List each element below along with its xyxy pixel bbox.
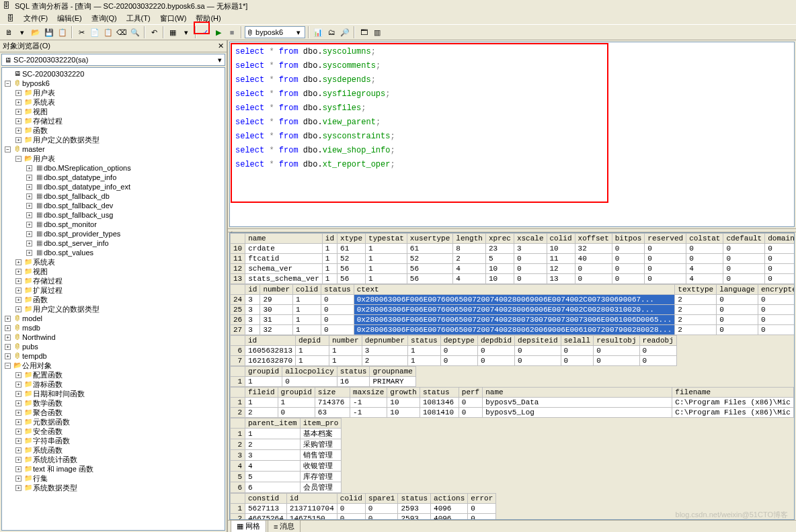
expand-icon[interactable]: + (15, 485, 22, 491)
expand-icon[interactable]: + (5, 335, 11, 341)
sql-editor[interactable]: select * from dbo.syscolumns;select * fr… (229, 42, 795, 227)
expand-icon[interactable]: + (26, 250, 32, 256)
result-grid[interactable]: groupidallocpolicystatusgroupname11016PR… (230, 366, 416, 387)
row-header[interactable]: 12 (231, 264, 245, 274)
object-tree[interactable]: SC-202003032220 −byposk6 +用户表+系统表+视图+存储过… (1, 67, 225, 531)
tree-table[interactable]: +dbo.spt_values (26, 248, 223, 257)
row-header[interactable]: 26 (231, 315, 245, 325)
collapse-icon[interactable]: − (5, 363, 11, 369)
row-header[interactable]: 24 (231, 295, 245, 305)
parse-icon[interactable]: ✓ (199, 26, 211, 38)
row-header[interactable]: 7 (231, 356, 245, 366)
expand-icon[interactable]: + (15, 128, 22, 134)
folder-common[interactable]: 公用对象 (22, 361, 52, 370)
save-icon[interactable]: 💾 (43, 26, 55, 38)
tree-folder[interactable]: +用户定义的数据类型 (15, 304, 223, 314)
menu-tools[interactable]: 工具(T) (122, 13, 155, 24)
expand-icon[interactable]: + (15, 118, 22, 124)
tree-table[interactable]: +dbo.spt_datatype_info (26, 173, 223, 182)
expand-icon[interactable]: + (15, 438, 22, 444)
tree-db[interactable]: +msdb (5, 323, 223, 332)
paste-icon[interactable]: 📋 (102, 26, 114, 38)
clear-icon[interactable]: ⌫ (116, 26, 128, 38)
tree-folder[interactable]: +函数 (15, 126, 223, 135)
chevron-down-icon[interactable]: ▾ (294, 28, 303, 37)
row-header[interactable]: 5 (231, 472, 245, 482)
connection-combo[interactable]: 🖥 SC-202003032220(sa) ▾ (1, 54, 225, 66)
expand-icon[interactable]: + (15, 419, 22, 425)
row-header[interactable]: 2 (231, 514, 245, 521)
tree-folder[interactable]: +扩展过程 (15, 285, 223, 295)
expand-icon[interactable]: + (15, 278, 22, 284)
object-search-icon[interactable]: 🔎 (339, 26, 351, 38)
tree-folder[interactable]: +聚合函数 (15, 408, 223, 417)
result-grid[interactable]: nameidxtypetypestatxusertypelengthxprecx… (230, 233, 795, 284)
row-header[interactable]: 2 (231, 408, 245, 418)
dropdown-icon[interactable]: ▾ (16, 26, 28, 38)
tree-db[interactable]: +tempdb (5, 351, 223, 361)
tree-folder[interactable]: +视图 (15, 107, 223, 116)
expand-icon[interactable]: + (15, 287, 22, 294)
tab-grid[interactable]: ▦网格 (231, 520, 266, 532)
expand-icon[interactable]: + (15, 410, 22, 416)
expand-icon[interactable]: + (15, 447, 22, 453)
tree-folder[interactable]: +系统表 (15, 97, 223, 107)
folder-user-tables[interactable]: 用户表 (33, 154, 55, 163)
expand-icon[interactable]: + (5, 353, 11, 359)
collapse-icon[interactable]: − (5, 146, 11, 152)
row-header[interactable]: 25 (231, 305, 245, 315)
expand-icon[interactable]: + (15, 457, 22, 463)
results-mode-icon[interactable]: ▦ (167, 26, 179, 38)
menu-window[interactable]: 窗口(W) (156, 13, 191, 24)
new-query-icon[interactable]: 🗎 (3, 26, 15, 38)
expand-icon[interactable]: + (15, 99, 22, 105)
expand-icon[interactable]: + (15, 429, 22, 435)
close-icon[interactable]: ✕ (218, 42, 224, 50)
tree-folder[interactable]: +存储过程 (15, 276, 223, 285)
expand-icon[interactable]: + (15, 109, 22, 115)
expand-icon[interactable]: + (5, 316, 11, 322)
open-icon[interactable]: 📂 (30, 26, 42, 38)
expand-icon[interactable]: + (26, 193, 32, 200)
undo-icon[interactable]: ↶ (148, 26, 160, 38)
collapse-icon[interactable]: − (15, 156, 22, 162)
tree-folder[interactable]: +元数据函数 (15, 417, 223, 427)
menu-help[interactable]: 帮助(H) (192, 13, 225, 24)
tree-table[interactable]: +dbo.spt_fallback_dev (26, 201, 223, 210)
expand-icon[interactable]: + (15, 382, 22, 388)
tree-folder[interactable]: +行集 (15, 474, 223, 483)
tree-folder[interactable]: +配置函数 (15, 370, 223, 380)
expand-icon[interactable]: + (26, 222, 32, 228)
tree-db[interactable]: +Northwind (5, 332, 223, 342)
expand-icon[interactable]: + (15, 259, 22, 265)
server-node[interactable]: SC-202003032220 (5, 69, 223, 79)
result-grid[interactable]: parent_itemitem_pro11基本档案22采购管理33销售管理44收… (230, 418, 342, 493)
tree-folder[interactable]: +用户定义的数据类型 (15, 135, 223, 144)
tree-table[interactable]: +dbo.spt_fallback_db (26, 191, 223, 201)
database-combo[interactable]: 🛢 byposk6 ▾ (245, 26, 305, 38)
tree-folder[interactable]: +字符串函数 (15, 436, 223, 445)
row-header[interactable]: 3 (231, 450, 245, 461)
expand-icon[interactable]: + (15, 476, 22, 482)
tree-table[interactable]: +dbo.spt_datatype_info_ext (26, 182, 223, 191)
expand-icon[interactable]: + (15, 269, 22, 275)
tree-table[interactable]: +dbo.spt_fallback_usg (26, 210, 223, 220)
results-pane[interactable]: nameidxtypetypestatxusertypelengthxprecx… (229, 232, 795, 520)
expand-icon[interactable]: + (26, 212, 32, 218)
collapse-icon[interactable]: − (5, 81, 11, 87)
copy-icon[interactable]: 📄 (89, 26, 101, 38)
menu-query[interactable]: 查询(Q) (87, 13, 121, 24)
tree-db[interactable]: +model (5, 314, 223, 323)
insert-template-icon[interactable]: 📋 (56, 26, 69, 38)
expand-icon[interactable]: + (15, 400, 22, 406)
show-estimated-plan-icon[interactable]: 📊 (312, 26, 324, 38)
expand-icon[interactable]: + (26, 231, 32, 237)
expand-icon[interactable]: + (26, 203, 32, 209)
expand-icon[interactable]: + (15, 90, 22, 96)
menu-file[interactable]: 文件(F) (19, 13, 52, 24)
tree-db[interactable]: +pubs (5, 342, 223, 351)
find-icon[interactable]: 🔍 (129, 26, 141, 38)
row-header[interactable]: 6 (231, 346, 245, 356)
result-grid[interactable]: iddepidnumberdepnumberstatusdeptypedepdb… (230, 335, 677, 366)
expand-icon[interactable]: + (15, 466, 22, 472)
